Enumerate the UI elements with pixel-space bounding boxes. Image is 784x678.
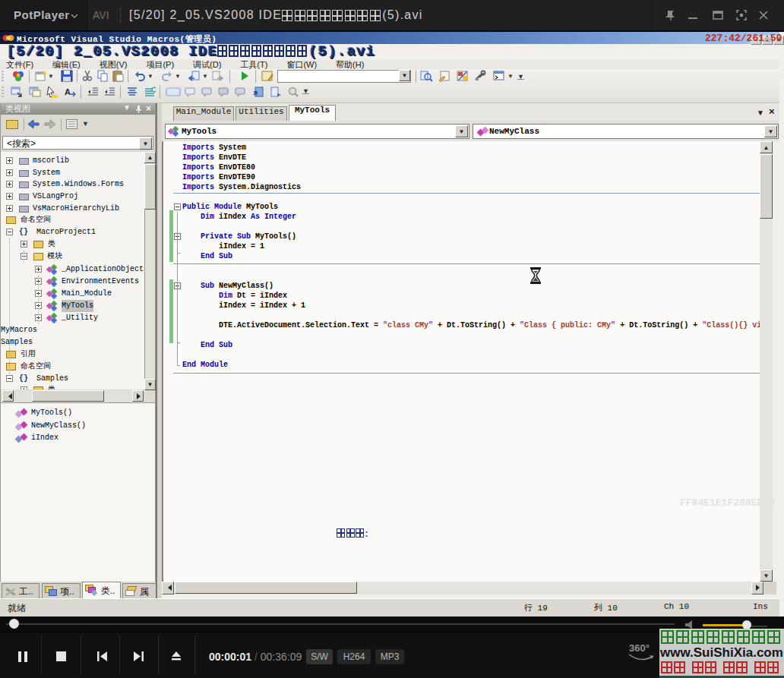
svg-text:A: A (65, 87, 71, 96)
